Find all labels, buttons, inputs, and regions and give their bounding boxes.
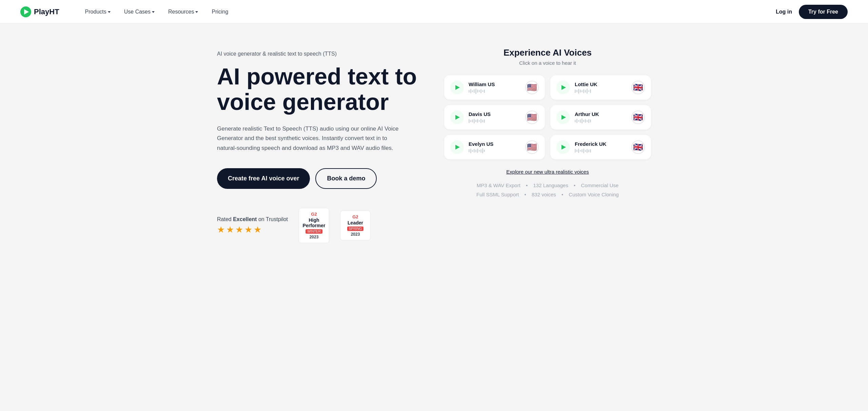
navbar: PlayHT Products Use Cases Resources Pric… [0,0,868,24]
play-icon [455,85,460,90]
waveform-arthur [575,118,627,124]
flag-uk: 🇬🇧 [631,140,645,154]
star-1: ★ [217,224,225,235]
play-icon [455,115,460,120]
voice-name-arthur: Arthur UK [575,111,627,117]
waveform-evelyn [469,148,520,154]
voice-card-arthur: Arthur UK 🇬🇧 [550,105,651,130]
main-content: AI voice generator & realistic text to s… [197,24,671,270]
explore-voices-link[interactable]: Explore our new ultra realistic voices [506,169,589,175]
voice-name-frederick: Frederick UK [575,141,627,147]
voice-card-evelyn: Evelyn US 🇺🇸 [444,135,545,159]
voice-name-william: William US [469,81,520,87]
play-icon [561,145,566,150]
star-3: ★ [235,224,243,235]
trustpilot-rating: Rated Excellent on Trustpilot ★ ★ ★ ★ ★ [217,216,288,235]
cta-buttons: Create free AI voice over Book a demo [217,168,424,189]
flag-us: 🇺🇸 [525,111,539,124]
trust-row: Rated Excellent on Trustpilot ★ ★ ★ ★ ★ … [217,208,424,243]
nav-use-cases[interactable]: Use Cases [119,6,160,18]
left-column: AI voice generator & realistic text to s… [217,44,424,243]
nav-links: Products Use Cases Resources Pricing [80,6,776,18]
play-icon [561,115,566,120]
voice-card-davis: Davis US 🇺🇸 [444,105,545,130]
nav-products[interactable]: Products [80,6,116,18]
play-icon [561,85,566,90]
voice-card-lottie: Lottie UK 🇬🇧 [550,75,651,100]
chevron-down-icon [152,11,155,13]
chevron-down-icon [195,11,198,13]
voice-card-william: William US 🇺🇸 [444,75,545,100]
badge-leader: G2 Leader SPRING 2023 [340,211,371,240]
play-frederick-button[interactable] [556,140,570,154]
play-lottie-button[interactable] [556,81,570,94]
star-5: ★ [254,224,261,235]
voice-name-lottie: Lottie UK [575,81,627,87]
voices-grid: William US 🇺🇸 [444,75,651,159]
explore-link-container: Explore our new ultra realistic voices [444,169,651,175]
waveform-lottie [575,89,627,94]
flag-us: 🇺🇸 [525,81,539,94]
hero-title: AI powered text to voice generator [217,64,424,115]
nav-resources[interactable]: Resources [163,6,203,18]
voice-name-evelyn: Evelyn US [469,141,520,147]
flag-us: 🇺🇸 [525,140,539,154]
waveform-frederick [575,148,627,154]
features-row-1: MP3 & WAV Export • 132 Languages • Comme… [444,182,651,188]
play-evelyn-button[interactable] [450,140,464,154]
voices-header: Experience AI Voices Click on a voice to… [444,47,651,66]
logo[interactable]: PlayHT [20,6,59,17]
play-arthur-button[interactable] [556,111,570,124]
nav-pricing[interactable]: Pricing [206,6,234,18]
flag-uk: 🇬🇧 [631,81,645,94]
voice-card-frederick: Frederick UK 🇬🇧 [550,135,651,159]
hero-subtitle: AI voice generator & realistic text to s… [217,51,424,57]
flag-uk: 🇬🇧 [631,111,645,124]
logo-icon [20,6,31,17]
login-button[interactable]: Log in [776,9,792,15]
features-list: MP3 & WAV Export • 132 Languages • Comme… [444,182,651,197]
book-demo-button[interactable]: Book a demo [315,168,377,189]
right-column: Experience AI Voices Click on a voice to… [444,44,651,201]
play-davis-button[interactable] [450,111,464,124]
waveform-william [469,89,520,94]
nav-actions: Log in Try for Free [776,5,848,19]
play-william-button[interactable] [450,81,464,94]
star-rating: ★ ★ ★ ★ ★ [217,224,288,235]
voices-title: Experience AI Voices [444,47,651,58]
voices-subtitle: Click on a voice to hear it [444,60,651,66]
chevron-down-icon [108,11,111,13]
star-4: ★ [244,224,252,235]
badge-high-performer: G2 High Performer WINTER 2023 [299,208,329,243]
try-for-free-button[interactable]: Try for Free [799,5,848,19]
create-voice-button[interactable]: Create free AI voice over [217,168,310,189]
play-icon [455,145,460,150]
star-2: ★ [226,224,234,235]
waveform-davis [469,118,520,124]
hero-description: Generate realistic Text to Speech (TTS) … [217,124,407,154]
voice-name-davis: Davis US [469,111,520,117]
features-row-2: Full SSML Support • 832 voices • Custom … [444,192,651,197]
logo-text: PlayHT [34,7,59,16]
play-icon [24,9,29,15]
